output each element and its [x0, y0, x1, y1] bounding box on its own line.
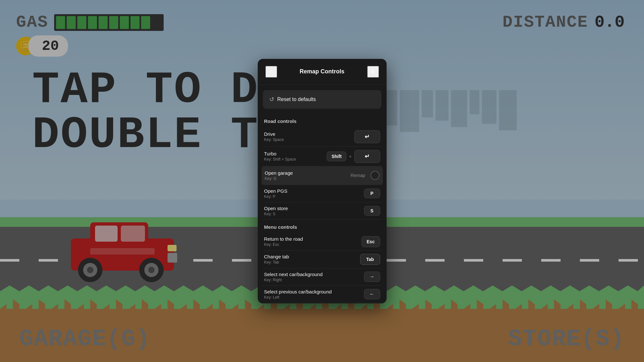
modal-overlay: ← Remap Controls ✕ ↺ Reset to defaults R… — [0, 0, 644, 362]
road-controls-heading: Road controls — [263, 114, 381, 127]
control-drive-keys: ↵ — [354, 130, 380, 143]
key-turbo-enter[interactable]: ↵ — [354, 150, 380, 163]
control-store-info: Open store Key: S — [264, 206, 288, 216]
control-pgs-keys: P — [364, 189, 380, 198]
control-store-name: Open store — [264, 206, 288, 211]
control-next-car-key: Key: Right — [264, 278, 323, 282]
control-tab-keys: Tab — [360, 254, 380, 265]
control-tab-info: Change tab Key: Tab — [264, 254, 289, 265]
control-pgs-key: Key: P — [264, 194, 288, 199]
control-pgs-info: Open PGS Key: P — [264, 188, 288, 199]
back-icon: ← — [268, 68, 274, 75]
control-next-car-keys: → — [364, 272, 380, 282]
control-next-car: Select next car/background Key: Right → — [263, 268, 381, 286]
plus-sign: + — [349, 154, 351, 159]
control-open-store: Open store Key: S S — [263, 202, 381, 220]
control-return-keys: Esc — [361, 236, 380, 247]
key-pgs-p[interactable]: P — [364, 189, 380, 198]
control-return-key: Key: Esc — [264, 242, 303, 247]
control-prev-car-key: Key: Left — [264, 295, 332, 300]
key-esc[interactable]: Esc — [361, 236, 380, 247]
reset-label: Reset to defaults — [277, 97, 316, 102]
control-return-info: Return to the road Key: Esc — [264, 236, 303, 247]
control-return-road: Return to the road Key: Esc Esc — [263, 233, 381, 251]
remap-area: Remap — [348, 171, 379, 180]
control-garage-key: Key: G — [265, 176, 293, 181]
modal-title: Remap Controls — [300, 68, 344, 75]
control-turbo: Turbo Key: Shift + Space Shift + ↵ — [263, 147, 381, 166]
menu-controls-heading: Menu controls — [263, 220, 381, 233]
modal-header: ← Remap Controls ✕ — [258, 59, 387, 85]
reset-to-defaults-button[interactable]: ↺ Reset to defaults — [263, 90, 381, 109]
control-garage-info: Open garage Key: G — [265, 170, 293, 181]
control-pgs-name: Open PGS — [264, 188, 288, 194]
modal-body: Road controls Drive Key: Space ↵ Turbo K… — [258, 114, 387, 303]
control-garage-name: Open garage — [265, 170, 293, 176]
key-arrow-right[interactable]: → — [364, 272, 380, 282]
control-prev-car-keys: ← — [364, 289, 380, 299]
close-icon: ✕ — [370, 68, 376, 76]
control-return-name: Return to the road — [264, 236, 303, 242]
control-drive-info: Drive Key: Space — [264, 131, 284, 142]
key-tab[interactable]: Tab — [360, 254, 380, 265]
control-store-keys: S — [364, 206, 380, 216]
key-drive-enter[interactable]: ↵ — [354, 130, 380, 143]
remap-indicator — [370, 171, 380, 180]
control-tab-key: Key: Tab — [264, 260, 289, 265]
control-change-tab: Change tab Key: Tab Tab — [263, 251, 381, 268]
control-next-car-name: Select next car/background — [264, 272, 323, 277]
control-prev-car: Select previous car/background Key: Left… — [263, 286, 381, 303]
control-turbo-key: Key: Shift + Space — [264, 157, 296, 162]
control-turbo-info: Turbo Key: Shift + Space — [264, 151, 296, 162]
control-next-car-info: Select next car/background Key: Right — [264, 272, 323, 282]
key-arrow-left[interactable]: ← — [364, 289, 380, 299]
key-turbo-shift[interactable]: Shift — [327, 152, 346, 161]
control-drive-name: Drive — [264, 131, 284, 137]
control-store-key: Key: S — [264, 212, 288, 216]
remap-button[interactable]: Remap — [348, 172, 368, 179]
control-open-garage: Open garage Key: G Remap — [262, 166, 383, 185]
control-prev-car-name: Select previous car/background — [264, 289, 332, 294]
reset-icon: ↺ — [269, 96, 274, 103]
control-turbo-name: Turbo — [264, 151, 296, 156]
remap-controls-modal: ← Remap Controls ✕ ↺ Reset to defaults R… — [258, 59, 387, 303]
key-store-s[interactable]: S — [364, 206, 380, 216]
control-open-pgs: Open PGS Key: P P — [263, 185, 381, 202]
control-drive-key: Key: Space — [264, 137, 284, 142]
control-turbo-keys: Shift + ↵ — [327, 150, 380, 163]
control-prev-car-info: Select previous car/background Key: Left — [264, 289, 332, 300]
enter-icon-turbo: ↵ — [365, 153, 370, 160]
control-drive: Drive Key: Space ↵ — [263, 127, 381, 147]
close-button[interactable]: ✕ — [367, 66, 379, 78]
control-tab-name: Change tab — [264, 254, 289, 259]
enter-icon: ↵ — [365, 133, 370, 140]
back-button[interactable]: ← — [265, 66, 277, 78]
